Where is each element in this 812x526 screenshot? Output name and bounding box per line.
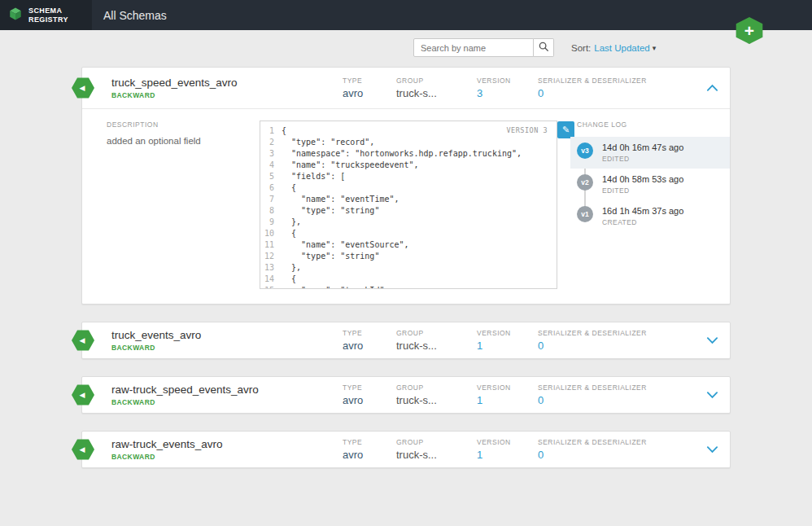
- compatibility-label: BACKWARD: [111, 453, 343, 461]
- code-line: 8 "type": "string": [260, 205, 557, 217]
- line-number: 8: [260, 205, 282, 217]
- group-column-label: GROUP: [396, 438, 477, 446]
- changelog-time: 16d 1h 45m 37s ago: [602, 206, 683, 216]
- line-number: 11: [260, 239, 282, 251]
- group-column: GROUP truck-s...: [396, 77, 477, 99]
- type-column-label: TYPE: [343, 77, 396, 85]
- compatibility-label: BACKWARD: [111, 398, 343, 406]
- compatibility-label: BACKWARD: [111, 344, 343, 352]
- changelog-time: 14d 0h 16m 47s ago: [602, 142, 683, 152]
- schema-code-viewer[interactable]: VERSION 3 1{ 2 "type": "record", 3 "name…: [260, 121, 557, 289]
- code-line: 13 },: [260, 262, 557, 274]
- chevron-down-icon: [706, 333, 718, 347]
- code-line: 5 "fields": [: [260, 171, 557, 182]
- search-input[interactable]: [413, 38, 534, 57]
- changelog-time: 14d 0h 58m 53s ago: [602, 174, 683, 184]
- serializer-column-label: SERIALIZER & DESERIALIZER: [538, 77, 697, 85]
- schema-version-value: 1: [477, 449, 538, 461]
- code-line: 14 {: [260, 274, 557, 285]
- code-line: 7 "name": "eventTime",: [260, 194, 557, 205]
- schema-card-header[interactable]: ◀ truck_speed_events_avro BACKWARD TYPE …: [82, 68, 730, 108]
- schema-card-header[interactable]: ◀ raw-truck_events_avro BACKWARD TYPE av…: [82, 432, 730, 467]
- version-column: VERSION 3: [477, 77, 538, 99]
- search-button[interactable]: [534, 38, 554, 57]
- changelog-action: CREATED: [602, 218, 683, 226]
- top-navbar: SCHEMA REGISTRY All Schemas: [0, 0, 812, 30]
- compatibility-hexagon-icon: ◀: [72, 439, 94, 460]
- serializer-column-label: SERIALIZER & DESERIALIZER: [538, 329, 697, 337]
- schema-type-value: avro: [343, 87, 396, 99]
- code-version-badge: VERSION 3: [504, 125, 550, 135]
- code-line: 10 {: [260, 228, 557, 239]
- type-column: TYPE avro: [343, 438, 396, 461]
- description-section: DESCRIPTION added an optional field: [82, 109, 260, 304]
- sort-label: Sort:: [571, 43, 591, 53]
- compatibility-hexagon-icon: ◀: [72, 77, 94, 99]
- app-logo[interactable]: SCHEMA REGISTRY: [0, 0, 92, 30]
- line-text: "name": "eventTime",: [282, 194, 399, 205]
- toolbar: Sort: Last Updated ▾: [0, 38, 812, 58]
- collapse-card-button[interactable]: [697, 81, 718, 95]
- line-text: "namespace": "hortonworks.hdp.refapp.tru…: [282, 148, 522, 160]
- version-badge-icon: v2: [577, 174, 593, 191]
- changelog-entry[interactable]: v1 16d 1h 45m 37s ago CREATED: [570, 200, 730, 232]
- version-column: VERSION 1: [477, 438, 538, 461]
- line-number: 5: [260, 171, 282, 182]
- line-text: "type": "record",: [282, 137, 374, 148]
- version-column: VERSION 1: [477, 384, 538, 406]
- compatibility-hexagon-icon: ◀: [72, 330, 94, 351]
- description-text: added an optional field: [107, 136, 247, 146]
- serializer-column: SERIALIZER & DESERIALIZER 0: [538, 329, 697, 352]
- group-column-label: GROUP: [396, 77, 477, 85]
- line-text: "type": "string": [282, 205, 379, 217]
- changelog-action: EDITED: [602, 155, 683, 163]
- expand-card-button[interactable]: [697, 442, 718, 457]
- line-text: "name": "truckId",: [282, 285, 389, 289]
- schema-version-value: 3: [477, 87, 538, 99]
- schema-serializer-value: 0: [538, 449, 697, 461]
- group-column-label: GROUP: [396, 384, 477, 392]
- changelog-timeline: v3 14d 0h 16m 47s ago EDITED v2 14d 0h 5…: [570, 137, 730, 232]
- serializer-column: SERIALIZER & DESERIALIZER 0: [538, 438, 697, 461]
- caret-down-icon[interactable]: ▾: [653, 44, 657, 52]
- line-number: 9: [260, 217, 282, 228]
- schema-type-value: avro: [343, 449, 396, 461]
- type-column-label: TYPE: [343, 329, 396, 337]
- edit-schema-button[interactable]: ✎: [557, 121, 574, 138]
- code-line: 3 "namespace": "hortonworks.hdp.refapp.t…: [260, 148, 557, 160]
- code-line: 6 {: [260, 182, 557, 194]
- schema-card-header[interactable]: ◀ truck_events_avro BACKWARD TYPE avro G…: [82, 322, 730, 358]
- line-number: 10: [260, 228, 282, 239]
- serializer-column-label: SERIALIZER & DESERIALIZER: [538, 384, 697, 392]
- schema-name-block: truck_speed_events_avro BACKWARD: [107, 77, 343, 99]
- version-column-label: VERSION: [477, 438, 538, 446]
- line-number: 12: [260, 251, 282, 262]
- changelog-entry[interactable]: v2 14d 0h 58m 53s ago EDITED: [570, 169, 730, 200]
- line-text: {: [282, 125, 286, 137]
- line-text: {: [282, 182, 296, 194]
- sort-dropdown[interactable]: Last Updated: [594, 43, 649, 53]
- schema-group-value: truck-s...: [396, 394, 477, 406]
- version-column-label: VERSION: [477, 329, 538, 337]
- description-label: DESCRIPTION: [107, 121, 247, 129]
- schema-card-header[interactable]: ◀ raw-truck_speed_events_avro BACKWARD T…: [82, 377, 730, 413]
- changelog-entry[interactable]: v3 14d 0h 16m 47s ago EDITED: [570, 137, 730, 169]
- schema-group-value: truck-s...: [396, 87, 477, 99]
- changelog-action: EDITED: [602, 186, 683, 195]
- line-number: 4: [260, 160, 282, 171]
- chevron-down-icon: [706, 442, 718, 456]
- logo-line-2: REGISTRY: [28, 15, 68, 24]
- compatibility-label: BACKWARD: [111, 91, 343, 99]
- expand-card-button[interactable]: [697, 388, 718, 402]
- page-title: All Schemas: [103, 0, 167, 30]
- line-text: "type": "string": [282, 251, 379, 262]
- expand-card-button[interactable]: [697, 333, 718, 348]
- sort-control: Sort: Last Updated ▾: [571, 38, 656, 57]
- type-column: TYPE avro: [343, 384, 396, 406]
- schema-name-block: raw-truck_speed_events_avro BACKWARD: [107, 384, 343, 406]
- schema-detail-panel: DESCRIPTION added an optional field VERS…: [82, 108, 730, 304]
- type-column: TYPE avro: [343, 77, 396, 99]
- schema-list: ◀ truck_speed_events_avro BACKWARD TYPE …: [81, 67, 731, 485]
- compatibility-hexagon-icon: ◀: [72, 384, 94, 405]
- line-number: 2: [260, 137, 282, 148]
